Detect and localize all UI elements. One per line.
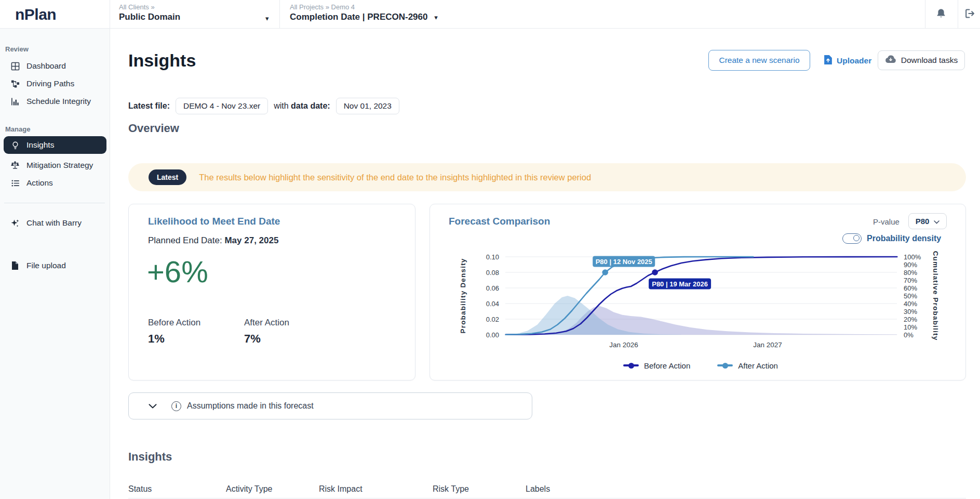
breadcrumb-separator-icon: » — [326, 3, 329, 11]
cloud-download-icon — [885, 55, 896, 65]
download-tasks-button[interactable]: Download tasks — [878, 50, 965, 70]
svg-text:10%: 10% — [904, 323, 917, 331]
sidebar-section-review: Review — [5, 45, 29, 53]
chevron-down-icon[interactable]: ▾ — [265, 15, 269, 22]
latest-file-row: Latest file: DEMO 4 - Nov 23.xer with da… — [128, 98, 399, 114]
create-scenario-button[interactable]: Create a new scenario — [708, 50, 810, 71]
file-icon — [10, 260, 20, 271]
logout-button[interactable] — [957, 0, 980, 29]
breadcrumb-path: All Projects » Demo 4 — [290, 3, 438, 11]
column-header-status: Status — [128, 484, 152, 494]
assumptions-label: Assumptions made in this forecast — [187, 401, 314, 411]
sidebar-item-file-upload[interactable]: File upload — [4, 257, 106, 274]
svg-text:70%: 70% — [904, 277, 917, 284]
file-chip: DEMO 4 - Nov 23.xer — [176, 98, 268, 114]
breadcrumb-separator-icon: » — [151, 3, 154, 11]
line-dot-swatch-icon — [623, 364, 639, 366]
pvalue-select[interactable]: P80 — [908, 213, 947, 229]
sidebar-item-label: Chat with Barry — [26, 218, 82, 228]
svg-text:0.06: 0.06 — [486, 284, 499, 292]
svg-text:0%: 0% — [904, 331, 914, 339]
likelihood-delta-value: +6% — [147, 254, 208, 289]
header-divider — [279, 0, 280, 29]
planned-end-date: Planned End Date: May 27, 2025 — [148, 235, 278, 246]
sidebar-item-driving-paths[interactable]: Driving Paths — [4, 75, 106, 92]
column-header-labels: Labels — [526, 484, 550, 494]
svg-text:Jan 2027: Jan 2027 — [753, 341, 782, 349]
sidebar-item-label: File upload — [26, 261, 66, 270]
breadcrumb-root: All Clients — [119, 3, 149, 11]
svg-text:0.10: 0.10 — [486, 253, 499, 261]
sidebar-item-dashboard[interactable]: Dashboard — [4, 58, 106, 74]
before-action-label: Before Action — [148, 318, 200, 328]
header-divider — [925, 0, 925, 29]
sidebar-item-insights[interactable]: Insights — [4, 136, 106, 154]
pvalue-selected: P80 — [916, 217, 930, 226]
sidebar-item-label: Schedule Integrity — [26, 97, 91, 106]
breadcrumb-parent: Demo 4 — [331, 3, 355, 11]
sidebar-item-label: Dashboard — [26, 61, 66, 71]
latest-file-label: Latest file: — [128, 101, 170, 111]
svg-text:0.02: 0.02 — [486, 316, 499, 323]
chevron-down-icon[interactable]: ▾ — [434, 14, 438, 21]
svg-text:0.00: 0.00 — [486, 331, 499, 339]
sidebar-item-actions[interactable]: Actions — [4, 175, 106, 191]
scales-icon — [10, 160, 20, 170]
uploader-button[interactable]: Uploader — [824, 55, 871, 67]
sidebar-item-label: Driving Paths — [26, 79, 74, 88]
assumptions-expander[interactable]: i Assumptions made in this forecast — [128, 392, 532, 419]
sidebar-item-mitigation-strategy[interactable]: Mitigation Strategy — [4, 157, 106, 174]
sidebar-section-manage: Manage — [5, 125, 30, 133]
after-action-value: 7% — [244, 332, 261, 346]
top-header: nPlan All Clients » Public Domain ▾ All … — [0, 0, 980, 29]
svg-text:P80 | 12 Nov 2025: P80 | 12 Nov 2025 — [596, 258, 652, 266]
project-name-label: Completion Date | PRECON-2960 — [290, 12, 427, 22]
dashboard-grid-icon — [10, 61, 20, 71]
page: nPlan All Clients » Public Domain ▾ All … — [0, 0, 980, 499]
svg-text:0.04: 0.04 — [486, 300, 499, 308]
probability-density-toggle-row: Probability density — [842, 233, 941, 244]
sidebar-item-chat-with-barry[interactable]: Chat with Barry — [4, 215, 106, 231]
notifications-button[interactable] — [928, 0, 954, 29]
logout-icon — [964, 8, 975, 21]
chevron-down-icon[interactable] — [149, 401, 157, 411]
sidebar-divider — [4, 203, 105, 203]
before-action-value: 1% — [148, 332, 165, 346]
sparkles-icon — [10, 218, 20, 228]
svg-text:60%: 60% — [904, 284, 917, 292]
lightbulb-icon — [10, 140, 20, 150]
download-tasks-label: Download tasks — [901, 56, 958, 65]
latest-badge: Latest — [149, 169, 186, 185]
after-action-label: After Action — [244, 318, 289, 328]
forecast-card: Forecast Comparison P-value P80 Probabil… — [429, 204, 966, 380]
insights-section-title: Insights — [128, 450, 172, 464]
with-data-date-label: with data date: — [274, 101, 330, 111]
toggle-knob-icon — [853, 235, 860, 241]
bar-chart-icon — [10, 96, 20, 107]
svg-text:P80 | 19 Mar 2026: P80 | 19 Mar 2026 — [652, 280, 708, 288]
svg-text:Cumulative Probability: Cumulative Probability — [932, 251, 939, 341]
nplan-logo: nPlan — [15, 6, 56, 23]
client-name[interactable]: Public Domain — [119, 11, 280, 23]
likelihood-card: Likelihood to Meet End Date Planned End … — [128, 204, 415, 380]
info-icon: i — [171, 401, 181, 411]
legend-label: After Action — [738, 361, 778, 370]
project-breadcrumb[interactable]: All Projects » Demo 4 Completion Date | … — [290, 3, 438, 23]
overview-section-title: Overview — [128, 122, 179, 135]
svg-text:20%: 20% — [904, 316, 917, 323]
probability-density-toggle[interactable] — [842, 233, 862, 244]
chevron-down-icon — [934, 217, 939, 226]
forecast-card-title: Forecast Comparison — [449, 216, 550, 227]
sidebar-item-label: Actions — [26, 178, 53, 188]
table-header-divider — [128, 498, 966, 498]
banner-message: The results below highlight the sensitiv… — [199, 173, 591, 182]
legend-item-before-action: Before Action — [623, 361, 690, 370]
svg-text:80%: 80% — [904, 269, 917, 277]
breadcrumb-path: All Clients » — [119, 3, 280, 11]
breadcrumb-root: All Projects — [290, 3, 324, 11]
client-breadcrumb[interactable]: All Clients » Public Domain ▾ — [119, 3, 280, 23]
chart-legend: Before Action After Action — [505, 360, 896, 371]
project-name[interactable]: Completion Date | PRECON-2960 ▾ — [290, 11, 438, 23]
forecast-chart: 0.000.020.040.060.080.100%10%20%30%40%50… — [450, 244, 959, 374]
sidebar-item-schedule-integrity[interactable]: Schedule Integrity — [4, 93, 106, 110]
